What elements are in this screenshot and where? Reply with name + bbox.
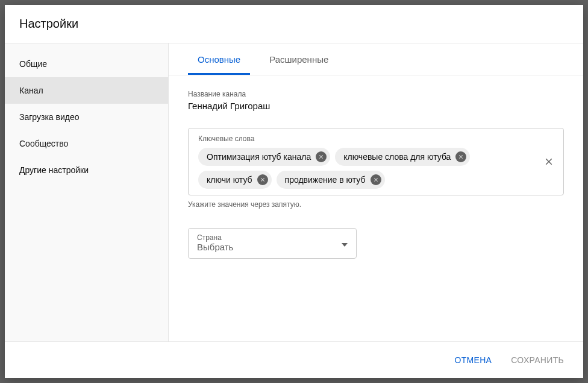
chip-remove-icon[interactable]: [316, 151, 327, 162]
chip-remove-icon[interactable]: [455, 151, 466, 162]
keyword-chip: продвижение в ютуб: [277, 171, 385, 189]
tab-label: Основные: [198, 54, 240, 65]
sidebar-item-label: Загрузка видео: [19, 112, 80, 122]
keywords-label: Ключевые слова: [198, 135, 534, 143]
sidebar-item-label: Общие: [19, 59, 47, 69]
sidebar-item-upload[interactable]: Загрузка видео: [5, 104, 168, 130]
country-select[interactable]: Страна Выбрать: [188, 228, 357, 259]
tab-label: Расширенные: [269, 54, 328, 65]
cancel-button[interactable]: ОТМЕНА: [448, 350, 499, 370]
tabs: Основные Расширенные: [169, 43, 583, 75]
keyword-chip: Оптимизация ютуб канала: [198, 148, 330, 166]
keywords-hint: Укажите значения через запятую.: [188, 200, 564, 209]
content-area: Название канала Геннадий Григораш Ключев…: [169, 75, 583, 341]
sidebar-item-label: Канал: [19, 86, 43, 95]
chip-remove-icon[interactable]: [371, 174, 381, 185]
country-label: Страна: [197, 233, 348, 242]
chevron-down-icon: [342, 239, 348, 248]
dialog-footer: ОТМЕНА СОХРАНИТЬ: [5, 342, 583, 378]
sidebar-item-community[interactable]: Сообщество: [5, 130, 168, 157]
dialog-body: Общие Канал Загрузка видео Сообщество Др…: [5, 43, 583, 342]
chip-text: Оптимизация ютуб канала: [207, 152, 311, 162]
chip-text: ключевые слова для ютуба: [343, 152, 451, 162]
save-button[interactable]: СОХРАНИТЬ: [504, 350, 571, 370]
chip-text: продвижение в ютуб: [285, 175, 366, 185]
sidebar-item-label: Другие настройки: [19, 165, 89, 175]
chip-text: ключи ютуб: [207, 175, 252, 185]
channel-name-label: Название канала: [188, 90, 564, 98]
sidebar-item-general[interactable]: Общие: [5, 51, 168, 77]
channel-name-value: Геннадий Григораш: [188, 101, 564, 111]
dialog-title: Настройки: [5, 5, 583, 43]
keywords-chips: Оптимизация ютуб канала ключевые слова д…: [198, 148, 534, 189]
chip-remove-icon[interactable]: [257, 174, 268, 185]
sidebar-item-other[interactable]: Другие настройки: [5, 157, 168, 183]
sidebar-item-channel[interactable]: Канал: [5, 77, 168, 104]
clear-all-icon[interactable]: [543, 156, 555, 168]
keywords-input[interactable]: Ключевые слова Оптимизация ютуб канала к…: [188, 128, 564, 195]
keyword-chip: ключевые слова для ютуба: [335, 148, 470, 166]
settings-dialog: Настройки Общие Канал Загрузка видео Соо…: [5, 5, 583, 378]
keyword-chip: ключи ютуб: [198, 171, 272, 189]
tab-advanced[interactable]: Расширенные: [260, 43, 338, 75]
sidebar: Общие Канал Загрузка видео Сообщество Др…: [5, 43, 169, 341]
tab-basic[interactable]: Основные: [188, 43, 250, 75]
main-panel: Основные Расширенные Название канала Ген…: [169, 43, 583, 341]
country-value: Выбрать: [197, 242, 233, 252]
sidebar-item-label: Сообщество: [19, 139, 68, 148]
